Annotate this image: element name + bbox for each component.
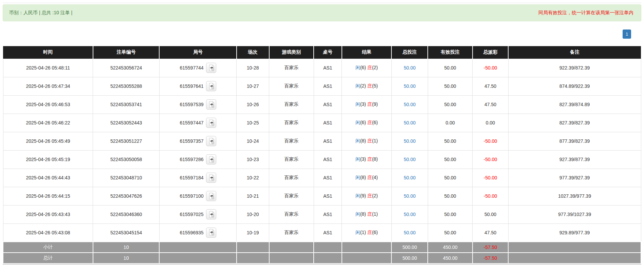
round-number: 615597744 bbox=[180, 65, 203, 71]
player-label: 闲 bbox=[355, 83, 360, 89]
cell-result: 闲(8) 庄(1) bbox=[342, 205, 392, 223]
banker-score: (8) bbox=[372, 156, 378, 162]
cell-table-no: AS1 bbox=[314, 187, 342, 205]
summary-banner: 币别：人民币 | 总共 :10 注单 | 同局有效投注，统一计算在该局第一张注单… bbox=[3, 4, 641, 21]
cell-session: 10-25 bbox=[237, 114, 269, 132]
player-score: (3) bbox=[360, 156, 366, 162]
cell-payout: -50.00 bbox=[473, 187, 508, 205]
video-replay-icon bbox=[208, 156, 215, 163]
banker-score: (4) bbox=[372, 175, 378, 180]
banker-score: (6) bbox=[372, 230, 378, 235]
cell-game-type: 百家乐 bbox=[269, 169, 314, 187]
video-replay-icon bbox=[208, 211, 215, 218]
video-replay-button[interactable] bbox=[206, 136, 216, 146]
cell-time: 2025-04-26 05:48:11 bbox=[3, 59, 93, 77]
total-label: 总计 bbox=[3, 253, 93, 264]
video-replay-button[interactable] bbox=[206, 228, 216, 238]
cell-game-type: 百家乐 bbox=[269, 223, 314, 242]
cell-round-no: 615597744 bbox=[159, 59, 236, 77]
round-number: 615597641 bbox=[180, 83, 203, 89]
cell-total-bet: 50.00 bbox=[391, 77, 428, 95]
cell-result: 闲(3) 庄(9) bbox=[342, 95, 392, 114]
cell-valid-bet: 0.00 bbox=[428, 114, 473, 132]
video-replay-button[interactable] bbox=[206, 209, 216, 219]
video-replay-button[interactable] bbox=[206, 118, 216, 128]
cell-table-no: AS1 bbox=[314, 77, 342, 95]
cell-valid-bet: 50.00 bbox=[428, 59, 473, 77]
empty-cell bbox=[237, 242, 269, 253]
cell-table-no: AS1 bbox=[314, 223, 342, 242]
video-replay-button[interactable] bbox=[206, 191, 216, 201]
subtotal-label: 小计 bbox=[3, 242, 93, 253]
table-header-row: 时间 注单编号 局号 场次 游戏类别 桌号 结果 总投注 有效投注 总派彩 备注 bbox=[3, 46, 641, 59]
total-payout: -57.50 bbox=[473, 253, 508, 264]
cell-remark: 977.39/1027.39 bbox=[508, 205, 641, 223]
cell-game-type: 百家乐 bbox=[269, 114, 314, 132]
banker-label: 庄 bbox=[367, 138, 372, 143]
total-bet-link[interactable]: 50.00 bbox=[404, 102, 416, 107]
cell-table-no: AS1 bbox=[314, 150, 342, 169]
cell-total-bet: 50.00 bbox=[391, 59, 428, 77]
cell-payout: 0.00 bbox=[473, 114, 508, 132]
cell-result: 闲(9) 庄(2) bbox=[342, 187, 392, 205]
cell-remark: 929.89/977.39 bbox=[508, 223, 641, 242]
total-bet-link[interactable]: 50.00 bbox=[404, 212, 416, 217]
col-table-no: 桌号 bbox=[314, 46, 342, 59]
cell-result: 闲(2) 庄(5) bbox=[342, 77, 392, 95]
player-label: 闲 bbox=[355, 156, 360, 162]
cell-time: 2025-04-26 05:47:34 bbox=[3, 77, 93, 95]
video-replay-icon bbox=[208, 174, 215, 181]
round-number: 615597286 bbox=[180, 157, 203, 162]
player-score: (8) bbox=[360, 138, 366, 143]
cell-bet-no: 522453045154 bbox=[93, 223, 159, 242]
cell-payout: -50.00 bbox=[473, 132, 508, 150]
player-score: (1) bbox=[360, 230, 366, 235]
cell-bet-no: 522453056724 bbox=[93, 59, 159, 77]
player-label: 闲 bbox=[355, 120, 360, 125]
video-replay-button[interactable] bbox=[206, 99, 216, 110]
cell-valid-bet: 50.00 bbox=[428, 150, 473, 169]
video-replay-button[interactable] bbox=[206, 63, 216, 73]
total-bet-link[interactable]: 50.00 bbox=[404, 230, 416, 235]
banker-score: (5) bbox=[372, 83, 378, 89]
round-number: 615597184 bbox=[180, 175, 203, 180]
cell-valid-bet: 50.00 bbox=[428, 132, 473, 150]
table-row: 2025-04-26 05:44:43 522453048710 6155971… bbox=[3, 169, 641, 187]
cell-payout: -50.00 bbox=[473, 150, 508, 169]
col-remark: 备注 bbox=[508, 46, 641, 59]
total-bet-link[interactable]: 50.00 bbox=[404, 157, 416, 162]
cell-session: 10-27 bbox=[237, 77, 269, 95]
cell-time: 2025-04-26 05:43:43 bbox=[3, 205, 93, 223]
cell-time: 2025-04-26 05:44:15 bbox=[3, 187, 93, 205]
cell-time: 2025-04-26 05:46:53 bbox=[3, 95, 93, 114]
video-replay-icon bbox=[208, 64, 215, 71]
cell-payout: 47.50 bbox=[473, 77, 508, 95]
cell-time: 2025-04-26 05:43:08 bbox=[3, 223, 93, 242]
cell-game-type: 百家乐 bbox=[269, 95, 314, 114]
cell-total-bet: 50.00 bbox=[391, 169, 428, 187]
cell-bet-no: 522453051227 bbox=[93, 132, 159, 150]
cell-table-no: AS1 bbox=[314, 169, 342, 187]
cell-valid-bet: 50.00 bbox=[428, 223, 473, 242]
pagination-page-1[interactable]: 1 bbox=[623, 30, 631, 39]
total-bet-link[interactable]: 50.00 bbox=[404, 175, 416, 180]
table-row: 2025-04-26 05:44:15 522453047626 6155971… bbox=[3, 187, 641, 205]
subtotal-total-bet: 500.00 bbox=[391, 242, 428, 253]
cell-total-bet: 50.00 bbox=[391, 223, 428, 242]
banker-score: (2) bbox=[372, 193, 378, 198]
cell-game-type: 百家乐 bbox=[269, 150, 314, 169]
player-label: 闲 bbox=[355, 138, 360, 143]
player-score: (6) bbox=[360, 65, 366, 70]
cell-valid-bet: 50.00 bbox=[428, 169, 473, 187]
cell-table-no: AS1 bbox=[314, 205, 342, 223]
table-body: 2025-04-26 05:48:11 522453056724 6155977… bbox=[3, 59, 641, 242]
video-replay-button[interactable] bbox=[206, 173, 216, 183]
video-replay-button[interactable] bbox=[206, 154, 216, 164]
total-bet-link[interactable]: 50.00 bbox=[404, 120, 416, 125]
col-round-no: 局号 bbox=[159, 46, 236, 59]
total-bet-link[interactable]: 50.00 bbox=[404, 193, 416, 199]
total-bet-link[interactable]: 50.00 bbox=[404, 65, 416, 71]
total-bet-link[interactable]: 50.00 bbox=[404, 83, 416, 89]
total-bet-link[interactable]: 50.00 bbox=[404, 138, 416, 144]
video-replay-button[interactable] bbox=[206, 81, 216, 91]
